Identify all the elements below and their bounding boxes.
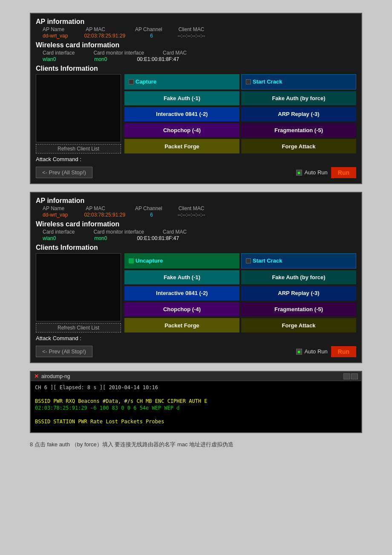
clients-title-1: Clients Information bbox=[36, 65, 356, 72]
panel-2: AP information AP Name AP MAC AP Channel… bbox=[30, 192, 362, 363]
wireless-section-1: Wireless card information Card interface… bbox=[36, 41, 356, 62]
auto-run-checkbox-1[interactable]: ■ bbox=[296, 170, 302, 176]
ap-info-labels-1: AP Name AP MAC AP Channel Client MAC bbox=[43, 26, 356, 32]
card-mac-label-1: Card MAC bbox=[163, 50, 187, 56]
bottom-bar-2: <- Prev (All Stop!) ■ Auto Run Run bbox=[36, 346, 356, 357]
wireless-labels-2: Card interface Card monitor interface Ca… bbox=[43, 229, 356, 235]
clients-left-2: Refresh Client List bbox=[36, 253, 124, 332]
arp-replay-button-1[interactable]: ARP Replay (-3) bbox=[241, 107, 356, 121]
uncapture-icon-2 bbox=[129, 258, 134, 263]
terminal-maximize-button[interactable] bbox=[351, 373, 358, 379]
arp-replay-button-2[interactable]: ARP Replay (-3) bbox=[241, 286, 356, 301]
terminal-col-headers-2: BSSID STATION PWR Rate Lost Packets Prob… bbox=[35, 419, 357, 425]
wireless-section-2: Wireless card information Card interface… bbox=[36, 220, 356, 241]
auto-run-label-1: Auto Run bbox=[305, 169, 328, 176]
terminal-controls bbox=[343, 373, 358, 379]
card-mac-value-2: 00:E1:00:81:8F:47 bbox=[137, 235, 179, 241]
terminal-body: CH 6 ][ Elapsed: 8 s ][ 2010-04-14 10:16… bbox=[31, 381, 361, 432]
card-mon-value-2: mon0 bbox=[94, 235, 107, 241]
auto-run-area-1: ■ Auto Run bbox=[296, 169, 328, 176]
buttons-grid-1: Capture Start Crack Fake Auth (-1) Fake … bbox=[124, 74, 356, 153]
refresh-client-list-1[interactable]: Refresh Client List bbox=[36, 144, 121, 153]
card-mon-label-2: Card monitor interface bbox=[93, 229, 144, 235]
card-iface-label-1: Card interface bbox=[43, 50, 75, 56]
card-iface-label-2: Card interface bbox=[43, 229, 75, 235]
ap-info-title-2: AP information bbox=[36, 197, 356, 205]
buttons-grid-2: Uncapture Start Crack Fake Auth (-1) Fak… bbox=[124, 253, 356, 332]
run-button-1[interactable]: Run bbox=[331, 167, 356, 178]
clients-content-1: Refresh Client List Capture Start Crack … bbox=[36, 74, 356, 153]
ap-mac-value-1: 02:03:78:25:91:29 bbox=[84, 33, 125, 39]
chopchop-button-1[interactable]: Chopchop (-4) bbox=[124, 123, 239, 138]
packet-forge-button-2[interactable]: Packet Forge bbox=[124, 318, 239, 332]
packet-forge-button-1[interactable]: Packet Forge bbox=[124, 139, 239, 153]
ap-mac-value-2: 02:03:78:25:91:29 bbox=[84, 212, 125, 218]
ap-channel-value-2: 6 bbox=[150, 212, 153, 218]
client-mac-value-1: --:--:--:--:--:-- bbox=[178, 33, 205, 39]
ap-name-value-1: dd-wrt_vap bbox=[43, 33, 68, 39]
card-iface-value-2: wlan0 bbox=[43, 235, 56, 241]
ap-mac-label-2: AP MAC bbox=[86, 205, 105, 211]
wireless-title-1: Wireless card information bbox=[36, 41, 356, 49]
ap-info-values-2: dd-wrt_vap 02:03:78:25:91:29 6 --:--:--:… bbox=[43, 212, 356, 218]
capture-button-1[interactable]: Capture bbox=[124, 74, 239, 90]
auto-run-label-2: Auto Run bbox=[305, 348, 328, 355]
terminal-window: ✕ airodump-ng CH 6 ][ Elapsed: 8 s ][ 20… bbox=[30, 371, 362, 433]
ap-mac-label-1: AP MAC bbox=[86, 26, 105, 32]
wireless-labels-1: Card interface Card monitor interface Ca… bbox=[43, 50, 356, 56]
card-mac-label-2: Card MAC bbox=[163, 229, 187, 235]
capture-icon-1 bbox=[129, 79, 134, 84]
refresh-client-list-2[interactable]: Refresh Client List bbox=[36, 323, 121, 332]
fragmentation-button-1[interactable]: Fragmentation (-5) bbox=[241, 123, 356, 138]
client-mac-label-1: Client MAC bbox=[179, 26, 205, 32]
ap-info-values-1: dd-wrt_vap 02:03:78:25:91:29 6 --:--:--:… bbox=[43, 33, 356, 39]
panel-1: AP information AP Name AP MAC AP Channel… bbox=[30, 13, 362, 184]
clients-list-2 bbox=[36, 253, 121, 321]
uncapture-button-2[interactable]: Uncapture bbox=[124, 253, 239, 269]
start-crack-button-2[interactable]: Start Crack bbox=[241, 253, 356, 269]
forge-attack-button-1[interactable]: Forge Attack bbox=[241, 139, 356, 153]
attack-cmd-2: Attack Command : bbox=[36, 335, 356, 341]
ap-name-label-2: AP Name bbox=[43, 205, 64, 211]
terminal-title-text: airodump-ng bbox=[41, 373, 70, 379]
wireless-values-1: wlan0 mon0 00:E1:00:81:8F:47 bbox=[43, 56, 356, 62]
fake-auth-force-button-2[interactable]: Fake Auth (by force) bbox=[241, 270, 356, 285]
ap-info-title-1: AP information bbox=[36, 18, 356, 26]
terminal-title-left: ✕ airodump-ng bbox=[34, 373, 70, 379]
interactive-button-2[interactable]: Interactive 0841 (-2) bbox=[124, 286, 239, 301]
card-mon-value-1: mon0 bbox=[94, 56, 107, 62]
fake-auth-button-2[interactable]: Fake Auth (-1) bbox=[124, 270, 239, 285]
terminal-spacer bbox=[35, 391, 357, 397]
terminal-col-headers-1: BSSID PWR RXQ Beacons #Data, #/s CH MB E… bbox=[35, 398, 357, 404]
ap-info-labels-2: AP Name AP MAC AP Channel Client MAC bbox=[43, 205, 356, 211]
start-crack-icon-1 bbox=[246, 79, 251, 84]
attack-cmd-1: Attack Command : bbox=[36, 156, 356, 162]
fake-auth-button-1[interactable]: Fake Auth (-1) bbox=[124, 91, 239, 106]
prev-button-1[interactable]: <- Prev (All Stop!) bbox=[36, 167, 92, 178]
ap-channel-value-1: 6 bbox=[150, 33, 153, 39]
ap-channel-label-1: AP Channel bbox=[135, 26, 162, 32]
terminal-data-row-1: 02:03:78:25:91:29 -6 100 83 0 0 6 54e WE… bbox=[35, 405, 357, 411]
clients-left-1: Refresh Client List bbox=[36, 74, 124, 153]
prev-button-2[interactable]: <- Prev (All Stop!) bbox=[36, 346, 92, 357]
fake-auth-force-button-1[interactable]: Fake Auth (by force) bbox=[241, 91, 356, 106]
terminal-minimize-button[interactable] bbox=[343, 373, 350, 379]
wireless-values-2: wlan0 mon0 00:E1:00:81:8F:47 bbox=[43, 235, 356, 241]
interactive-button-1[interactable]: Interactive 0841 (-2) bbox=[124, 107, 239, 121]
ap-name-label-1: AP Name bbox=[43, 26, 64, 32]
start-crack-button-1[interactable]: Start Crack bbox=[241, 74, 356, 90]
wireless-title-2: Wireless card information bbox=[36, 220, 356, 228]
clients-section-1: Clients Information Refresh Client List … bbox=[36, 65, 356, 153]
forge-attack-button-2[interactable]: Forge Attack bbox=[241, 318, 356, 332]
ap-name-value-2: dd-wrt_vap bbox=[43, 212, 68, 218]
run-button-2[interactable]: Run bbox=[331, 346, 356, 357]
terminal-titlebar: ✕ airodump-ng bbox=[31, 372, 361, 381]
fragmentation-button-2[interactable]: Fragmentation (-5) bbox=[241, 302, 356, 317]
terminal-line-1: CH 6 ][ Elapsed: 8 s ][ 2010-04-14 10:16 bbox=[35, 384, 357, 390]
auto-run-area-2: ■ Auto Run bbox=[296, 348, 328, 355]
chopchop-button-2[interactable]: Chopchop (-4) bbox=[124, 302, 239, 317]
terminal-spacer-2 bbox=[35, 412, 357, 418]
card-iface-value-1: wlan0 bbox=[43, 56, 56, 62]
auto-run-checkbox-2[interactable]: ■ bbox=[296, 349, 302, 355]
terminal-close-icon[interactable]: ✕ bbox=[34, 373, 39, 379]
